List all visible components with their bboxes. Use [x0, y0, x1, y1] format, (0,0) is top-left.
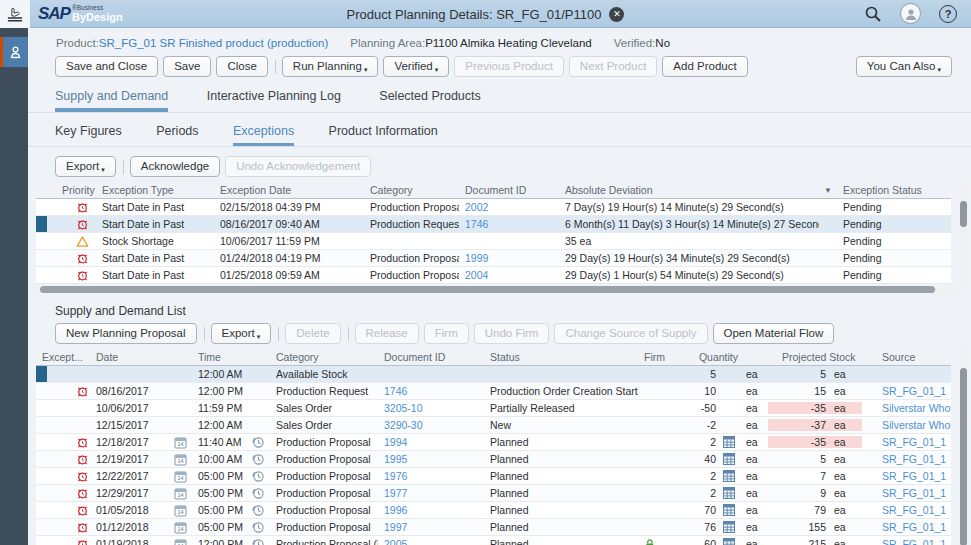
exception-row[interactable]: Stock Shortage 10/06/2017 11:59 PM 35 ea…	[36, 233, 951, 250]
calendar-icon[interactable]: 14	[174, 521, 187, 534]
tab-interactive-planning-log[interactable]: Interactive Planning Log	[207, 85, 341, 112]
document-link[interactable]: 2004	[465, 269, 488, 281]
value-help-grid-icon[interactable]	[723, 470, 735, 482]
change-source-of-supply-button[interactable]: Change Source of Supply	[554, 323, 707, 344]
document-link[interactable]: 3290-30	[384, 419, 423, 431]
supply-row[interactable]: 01/12/20181405:00 PMProduction Proposal1…	[36, 519, 951, 536]
supply-row[interactable]: 10/06/201711:59 PMSales Order3205-10Part…	[36, 400, 951, 417]
supply-row[interactable]: 01/05/20181405:00 PMProduction Proposal1…	[36, 502, 951, 519]
supply-row[interactable]: 12/15/201712:00 AMSales Order3290-30New-…	[36, 417, 951, 434]
clock-icon[interactable]	[252, 453, 265, 466]
clock-icon[interactable]	[252, 521, 265, 534]
verified-button[interactable]: Verified	[383, 56, 449, 77]
run-planning-button[interactable]: Run Planning	[282, 56, 379, 77]
new-planning-proposal-button[interactable]: New Planning Proposal	[55, 323, 197, 344]
value-help-grid-icon[interactable]	[723, 504, 735, 516]
source-link[interactable]: SR_FG_01_1	[882, 521, 946, 533]
user-avatar[interactable]	[900, 3, 921, 24]
calendar-icon[interactable]: 14	[174, 504, 187, 517]
supply-row[interactable]: 01/19/20181412:00 PMProduction Proposal …	[36, 536, 951, 545]
undo-firm-button[interactable]: Undo Firm	[474, 323, 550, 344]
supply-row[interactable]: 12/29/20171405:00 PMProduction Proposal1…	[36, 485, 951, 502]
document-link[interactable]: 1997	[384, 521, 407, 533]
delete-button[interactable]: Delete	[285, 323, 340, 344]
firm-button[interactable]: Firm	[424, 323, 469, 344]
value-help-grid-icon[interactable]	[723, 538, 735, 545]
document-link[interactable]: 1746	[384, 385, 407, 397]
save-and-close-button[interactable]: Save and Close	[55, 56, 158, 77]
source-link[interactable]: SR_FG_01_1	[882, 436, 946, 448]
export-button[interactable]: Export	[55, 156, 116, 177]
export-button[interactable]: Export	[211, 323, 272, 344]
document-link[interactable]: 3205-10	[384, 402, 423, 414]
subtab-periods[interactable]: Periods	[156, 120, 198, 146]
value-help-grid-icon[interactable]	[723, 453, 735, 465]
add-product-button[interactable]: Add Product	[662, 56, 747, 77]
source-link[interactable]: SR_FG_01_1	[882, 453, 946, 465]
previous-product-button[interactable]: Previous Product	[454, 56, 564, 77]
clock-icon[interactable]	[252, 538, 265, 545]
document-link[interactable]: 1999	[465, 252, 488, 264]
subtab-key-figures[interactable]: Key Figures	[55, 120, 122, 146]
exceptions-horizontal-scrollbar[interactable]	[36, 286, 959, 293]
calendar-icon[interactable]: 14	[174, 453, 187, 466]
supply-row[interactable]: 12:00 AMAvailable Stock5ea5ea	[36, 366, 951, 383]
supply-row[interactable]: 12/19/20171410:00 AMProduction Proposal1…	[36, 451, 951, 468]
document-link[interactable]: 1994	[384, 436, 407, 448]
supply-row[interactable]: 08/16/201712:00 PMProduction Request1746…	[36, 383, 951, 400]
acknowledge-button[interactable]: Acknowledge	[130, 156, 220, 177]
source-link[interactable]: SR_FG_01_1	[882, 487, 946, 499]
undo-acknowledgement-button[interactable]: Undo Acknowledgement	[225, 156, 371, 177]
document-link[interactable]: 1746	[465, 218, 488, 230]
document-link[interactable]: 1995	[384, 453, 407, 465]
close-button[interactable]: Close	[216, 56, 267, 77]
product-link[interactable]: SR_FG_01 SR Finished product (production…	[99, 37, 328, 49]
exceptions-vertical-scrollbar[interactable]	[960, 182, 967, 284]
exception-row[interactable]: Start Date in Past 02/15/2018 04:39 PM P…	[36, 199, 951, 216]
clock-icon[interactable]	[252, 436, 265, 449]
scrollbar-thumb[interactable]	[960, 368, 967, 545]
value-help-grid-icon[interactable]	[723, 521, 735, 533]
supply-row[interactable]: 12/18/20171411:40 AMProduction Proposal1…	[36, 434, 951, 451]
source-link[interactable]: SR_FG_01_1	[882, 385, 946, 397]
exception-row[interactable]: Start Date in Past 01/24/2018 04:19 PM P…	[36, 250, 951, 267]
exception-row-selected[interactable]: Start Date in Past 08/16/2017 09:40 AM P…	[36, 216, 951, 233]
source-link[interactable]: SR_FG_01_1	[882, 504, 946, 516]
clock-icon[interactable]	[252, 504, 265, 517]
clock-icon[interactable]	[252, 487, 265, 500]
calendar-icon[interactable]: 14	[174, 436, 187, 449]
you-can-also-button[interactable]: You Can Also	[856, 56, 952, 77]
help-icon[interactable]: ?	[939, 5, 957, 23]
supply-vertical-scrollbar[interactable]	[960, 349, 967, 545]
document-link[interactable]: 1996	[384, 504, 407, 516]
subtab-exceptions[interactable]: Exceptions	[233, 120, 294, 146]
document-link[interactable]: 2005	[384, 538, 407, 545]
next-product-button[interactable]: Next Product	[569, 56, 657, 77]
document-link[interactable]: 2002	[465, 201, 488, 213]
source-link[interactable]: Silverstar Whol...	[882, 419, 951, 431]
clock-icon[interactable]	[252, 470, 265, 483]
calendar-icon[interactable]: 14	[174, 487, 187, 500]
scrollbar-thumb[interactable]	[960, 201, 967, 227]
sort-descending-icon[interactable]: ▼	[819, 186, 837, 195]
calendar-icon[interactable]: 14	[174, 470, 187, 483]
menu-button[interactable]	[0, 0, 30, 28]
tab-selected-products[interactable]: Selected Products	[379, 85, 480, 112]
tab-supply-and-demand[interactable]: Supply and Demand	[55, 85, 168, 112]
scrollbar-thumb[interactable]	[40, 286, 935, 293]
source-link[interactable]: SR_FG_01_1	[882, 538, 946, 545]
save-button[interactable]: Save	[163, 56, 211, 77]
document-link[interactable]: 1977	[384, 487, 407, 499]
value-help-grid-icon[interactable]	[723, 436, 735, 448]
source-link[interactable]: Silverstar Whol...	[882, 402, 951, 414]
source-link[interactable]: SR_FG_01_1	[882, 470, 946, 482]
document-link[interactable]: 1976	[384, 470, 407, 482]
exception-row[interactable]: Start Date in Past 01/25/2018 09:59 AM P…	[36, 267, 951, 284]
value-help-grid-icon[interactable]	[723, 487, 735, 499]
sidebar-item-planner[interactable]	[0, 37, 28, 67]
release-button[interactable]: Release	[355, 323, 419, 344]
open-material-flow-button[interactable]: Open Material Flow	[713, 323, 835, 344]
close-page-icon[interactable]: ✕	[609, 7, 624, 22]
subtab-product-information[interactable]: Product Information	[329, 120, 438, 146]
calendar-icon[interactable]: 14	[174, 538, 187, 545]
